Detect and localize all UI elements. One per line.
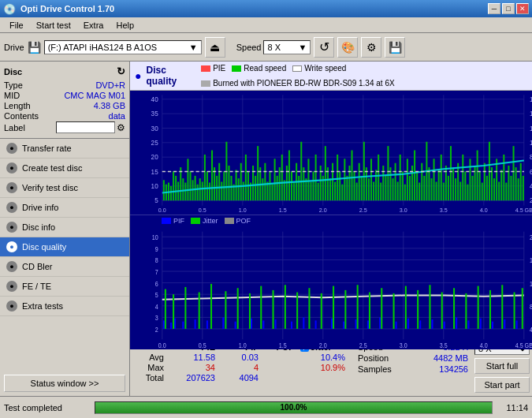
svg-rect-158 bbox=[436, 181, 437, 200]
close-button[interactable]: ✕ bbox=[516, 3, 529, 14]
samples-value: 134256 bbox=[439, 364, 468, 374]
sidebar-item-transfer-rate[interactable]: ● Transfer rate bbox=[0, 139, 129, 159]
create-test-disc-icon: ● bbox=[6, 162, 17, 174]
legend-write-speed-label: Write speed bbox=[304, 64, 346, 73]
stats-avg-row: Avg 11.58 0.03 10.4% bbox=[135, 353, 352, 362]
minimize-button[interactable]: ─ bbox=[488, 3, 500, 14]
extra-tests-label: Extra tests bbox=[22, 301, 63, 311]
sidebar-item-disc-quality[interactable]: ● Disc quality bbox=[0, 237, 129, 257]
sidebar-item-cd-bler[interactable]: ● CD Bler bbox=[0, 257, 129, 277]
progress-label: 100.0% bbox=[95, 402, 492, 413]
svg-rect-271 bbox=[308, 288, 310, 329]
svg-rect-185 bbox=[500, 170, 502, 200]
mid-label: MID bbox=[4, 91, 20, 100]
time-display: 11:14 bbox=[497, 403, 528, 412]
svg-rect-142 bbox=[397, 181, 399, 200]
svg-rect-280 bbox=[417, 289, 419, 328]
menu-bar: File Start test Extra Help bbox=[0, 17, 532, 33]
sidebar-item-verify-test-disc[interactable]: ● Verify test disc bbox=[0, 178, 129, 198]
sidebar-item-fe-te[interactable]: ● FE / TE bbox=[0, 277, 129, 297]
disc-quality-label: Disc quality bbox=[22, 242, 66, 252]
svg-rect-169 bbox=[462, 155, 463, 200]
legend-pif-label: PIF bbox=[173, 217, 184, 225]
svg-rect-92 bbox=[277, 176, 278, 200]
svg-rect-252 bbox=[444, 321, 445, 328]
svg-rect-114 bbox=[329, 178, 331, 200]
svg-rect-50 bbox=[175, 176, 177, 200]
maximize-button[interactable]: □ bbox=[502, 3, 515, 14]
svg-rect-184 bbox=[498, 181, 500, 200]
samples-row: Samples 134256 bbox=[358, 364, 468, 374]
sidebar-item-create-test-disc[interactable]: ● Create test disc bbox=[0, 159, 129, 178]
position-row: Position 4482 MB bbox=[358, 353, 468, 363]
sidebar-item-disc-info[interactable]: ● Disc info bbox=[0, 218, 129, 237]
menu-extra[interactable]: Extra bbox=[77, 20, 110, 31]
upper-chart: 40 35 30 25 20 15 10 5 16 X 14 X 12 X 10… bbox=[130, 91, 532, 215]
label-settings-icon[interactable]: ⚙ bbox=[117, 122, 125, 133]
svg-rect-45 bbox=[163, 180, 165, 200]
svg-rect-181 bbox=[491, 167, 493, 200]
svg-rect-287 bbox=[501, 285, 503, 329]
window-title: Opti Drive Control 1.70 bbox=[20, 4, 114, 13]
svg-rect-137 bbox=[385, 176, 386, 200]
start-part-button[interactable]: Start part bbox=[474, 377, 530, 393]
svg-rect-118 bbox=[339, 172, 340, 201]
svg-text:15: 15 bbox=[151, 168, 158, 176]
legend-read-speed: Read speed bbox=[232, 64, 286, 73]
svg-rect-73 bbox=[231, 176, 233, 200]
svg-rect-173 bbox=[472, 176, 474, 200]
svg-rect-56 bbox=[189, 172, 191, 201]
sidebar-item-extra-tests[interactable]: ● Extra tests bbox=[0, 297, 129, 316]
svg-rect-269 bbox=[285, 285, 286, 329]
svg-rect-148 bbox=[411, 166, 413, 200]
avg-jitter: 10.4% bbox=[300, 353, 352, 362]
svg-text:2.0: 2.0 bbox=[319, 207, 327, 214]
svg-rect-161 bbox=[443, 183, 445, 201]
save-button[interactable]: 💾 bbox=[385, 37, 405, 58]
svg-text:1.0: 1.0 bbox=[239, 341, 247, 349]
svg-rect-288 bbox=[514, 292, 515, 328]
sidebar-item-drive-info[interactable]: ● Drive info bbox=[0, 198, 129, 218]
read-speed-color bbox=[232, 65, 241, 72]
eject-button[interactable]: ⏏ bbox=[205, 37, 225, 58]
menu-start-test[interactable]: Start test bbox=[30, 20, 77, 31]
svg-rect-261 bbox=[184, 286, 186, 328]
svg-rect-231 bbox=[174, 318, 176, 328]
settings-button[interactable]: ⚙ bbox=[361, 37, 381, 58]
svg-rect-63 bbox=[206, 172, 208, 201]
refresh-button[interactable]: ↺ bbox=[314, 37, 334, 58]
svg-rect-115 bbox=[332, 163, 333, 200]
svg-rect-156 bbox=[430, 178, 432, 200]
svg-rect-248 bbox=[396, 321, 397, 328]
svg-text:1.0: 1.0 bbox=[239, 207, 247, 214]
svg-rect-190 bbox=[513, 146, 515, 200]
svg-rect-260 bbox=[173, 294, 174, 329]
svg-rect-98 bbox=[291, 172, 292, 201]
legend-pof: POF bbox=[225, 217, 251, 225]
svg-rect-125 bbox=[356, 183, 358, 201]
color-button[interactable]: 🎨 bbox=[337, 37, 358, 58]
disc-info-label: Disc info bbox=[22, 222, 55, 232]
chart-legend: PIE Read speed Write speed Burned with P… bbox=[201, 64, 527, 88]
avg-pif: 0.03 bbox=[221, 353, 265, 362]
start-full-button[interactable]: Start full bbox=[474, 358, 530, 374]
length-label: Length bbox=[4, 101, 31, 110]
status-window-button[interactable]: Status window >> bbox=[4, 375, 125, 392]
svg-rect-246 bbox=[367, 320, 369, 329]
lower-chart: PIF Jitter POF bbox=[130, 215, 532, 339]
total-label: Total bbox=[135, 373, 170, 383]
svg-rect-175 bbox=[477, 151, 478, 201]
menu-help[interactable]: Help bbox=[110, 20, 140, 31]
menu-file[interactable]: File bbox=[3, 20, 30, 31]
extra-tests-icon: ● bbox=[6, 300, 17, 312]
label-input[interactable]: ODC_DVD bbox=[56, 121, 115, 133]
svg-rect-82 bbox=[252, 166, 254, 200]
disc-info-icon: ● bbox=[6, 222, 17, 233]
disc-refresh-icon[interactable]: ↻ bbox=[117, 65, 125, 77]
drive-dropdown[interactable]: (F:) ATAPI iHAS124 B A1OS ▼ bbox=[44, 40, 202, 54]
speed-label: Speed bbox=[236, 43, 262, 52]
svg-text:4.0: 4.0 bbox=[480, 341, 488, 349]
speed-dropdown[interactable]: 8 X ▼ bbox=[263, 40, 311, 54]
svg-rect-257 bbox=[504, 319, 505, 329]
svg-rect-52 bbox=[180, 167, 181, 200]
